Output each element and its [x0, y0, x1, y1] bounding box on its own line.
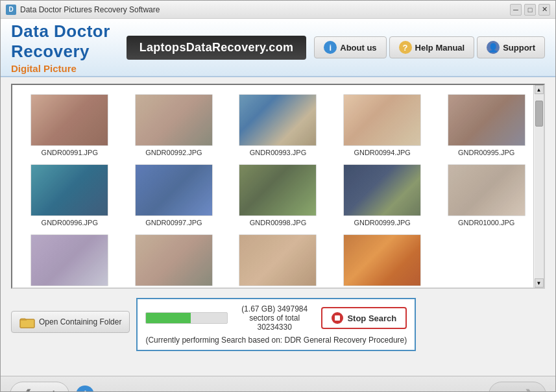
about-button[interactable]: i About us — [314, 36, 386, 58]
app-logo: Data Doctor Recovery Digital Picture — [11, 21, 127, 74]
image-item[interactable]: GNDR01003.JPG — [226, 230, 330, 288]
support-label: Support — [503, 43, 535, 53]
image-item[interactable]: GNDR00998.JPG — [226, 160, 330, 230]
back-arrow-icon: ❮ — [22, 387, 32, 393]
bottom-message: To Stop recovery, click on 'Stop Search'… — [101, 389, 481, 392]
image-item[interactable]: GNDR00994.JPG — [330, 90, 435, 160]
image-item[interactable]: GNDR00999.JPG — [330, 160, 435, 230]
image-thumbnail — [343, 94, 421, 146]
header: Data Doctor Recovery Digital Picture Lap… — [1, 19, 555, 77]
progress-bar — [145, 312, 228, 324]
about-label: About us — [340, 43, 376, 53]
image-thumbnail — [448, 94, 526, 146]
stop-label: Stop Search — [347, 313, 396, 323]
image-thumbnail — [343, 164, 421, 216]
status-area: (1.67 GB) 3497984 sectors of total 30234… — [136, 298, 416, 351]
scroll-up-button[interactable]: ▲ — [535, 85, 544, 94]
image-label: GNDR00998.JPG — [250, 219, 306, 227]
image-thumbnail — [343, 234, 421, 286]
support-icon: 👤 — [487, 41, 500, 54]
app-subtitle: Digital Picture — [11, 63, 127, 74]
progress-row: (1.67 GB) 3497984 sectors of total 30234… — [145, 304, 407, 332]
titlebar: D Data Doctor Pictures Recovery Software… — [1, 1, 555, 19]
app-title: Data Doctor Recovery — [11, 21, 127, 62]
image-item[interactable]: GNDR01001.JPG — [18, 230, 122, 288]
image-grid: GNDR00991.JPGGNDR00992.JPGGNDR00993.JPGG… — [12, 85, 544, 288]
scrollbar[interactable]: ▲ ▼ — [533, 85, 544, 288]
close-button[interactable]: ✕ — [538, 4, 550, 16]
image-thumbnail — [135, 234, 213, 286]
status-message: (Currently performing Search based on: D… — [145, 336, 407, 345]
image-thumbnail — [239, 234, 317, 286]
image-label: GNDR00997.JPG — [145, 219, 202, 227]
brand-label: LaptopsDataRecovery.com — [127, 36, 307, 60]
action-row: Open Containing Folder (1.67 GB) 3497984… — [11, 293, 545, 351]
image-label: GNDR00999.JPG — [354, 219, 410, 227]
info-circle-icon: i — [76, 386, 94, 393]
image-item[interactable]: GNDR01002.JPG — [122, 230, 226, 288]
stop-icon — [332, 312, 343, 324]
progress-text: (1.67 GB) 3497984 sectors of total 30234… — [234, 304, 315, 332]
scroll-thumb[interactable] — [535, 101, 543, 127]
app-icon: D — [6, 5, 16, 15]
image-thumbnail — [239, 94, 317, 146]
image-thumbnail — [30, 164, 108, 216]
image-item[interactable]: GNDR00997.JPG — [122, 160, 226, 230]
bottom-bar: ❮ Back i To Stop recovery, click on 'Sto… — [1, 376, 555, 392]
info-icon: i — [324, 41, 337, 54]
window-controls: ─ □ ✕ — [510, 4, 550, 16]
image-thumbnail — [30, 234, 108, 286]
image-item[interactable]: GNDR00993.JPG — [226, 90, 330, 160]
svg-rect-0 — [20, 319, 34, 328]
image-label: GNDR00996.JPG — [42, 219, 98, 227]
open-folder-label: Open Containing Folder — [39, 317, 121, 326]
image-label: GNDR00995.JPG — [458, 149, 514, 156]
image-item[interactable]: GNDR01000.JPG — [434, 160, 538, 230]
header-nav: i About us ? Help Manual 👤 Support — [314, 36, 545, 58]
help-label: Help Manual — [415, 43, 465, 53]
image-label: GNDR00994.JPG — [354, 149, 410, 156]
progress-fill — [146, 313, 190, 323]
help-button[interactable]: ? Help Manual — [389, 36, 475, 58]
help-icon: ? — [399, 41, 412, 54]
minimize-button[interactable]: ─ — [510, 4, 522, 16]
stop-search-button[interactable]: Stop Search — [321, 307, 407, 329]
image-grid-container: GNDR00991.JPGGNDR00992.JPGGNDR00993.JPGG… — [11, 84, 545, 289]
image-item[interactable]: GNDR00992.JPG — [122, 90, 226, 160]
image-item[interactable]: GNDR01004.JPG — [330, 230, 435, 288]
image-thumbnail — [239, 164, 317, 216]
next-arrow-icon: ❯ — [524, 387, 534, 393]
image-thumbnail — [30, 94, 108, 146]
image-item[interactable]: GNDR00996.JPG — [18, 160, 122, 230]
image-thumbnail — [135, 94, 213, 146]
image-label: GNDR00992.JPG — [145, 149, 202, 156]
folder-icon — [19, 315, 35, 328]
open-folder-button[interactable]: Open Containing Folder — [11, 311, 130, 333]
scroll-track — [535, 94, 544, 278]
next-label: Next — [501, 389, 520, 393]
image-thumbnail — [135, 164, 213, 216]
next-button[interactable]: Next ❯ — [489, 382, 546, 393]
main-content: GNDR00991.JPGGNDR00992.JPGGNDR00993.JPGG… — [1, 77, 555, 376]
image-thumbnail — [448, 164, 526, 216]
scroll-down-button[interactable]: ▼ — [535, 278, 544, 288]
image-item[interactable]: GNDR00995.JPG — [434, 90, 538, 160]
support-button[interactable]: 👤 Support — [477, 36, 545, 58]
image-label: GNDR00993.JPG — [250, 149, 306, 156]
back-button[interactable]: ❮ Back — [10, 382, 69, 393]
maximize-button[interactable]: □ — [524, 4, 536, 16]
image-label: GNDR00991.JPG — [42, 149, 98, 156]
image-item[interactable]: GNDR00991.JPG — [18, 90, 122, 160]
back-label: Back — [36, 389, 57, 393]
window-title: Data Doctor Pictures Recovery Software — [20, 5, 510, 14]
image-label: GNDR01000.JPG — [458, 219, 514, 227]
